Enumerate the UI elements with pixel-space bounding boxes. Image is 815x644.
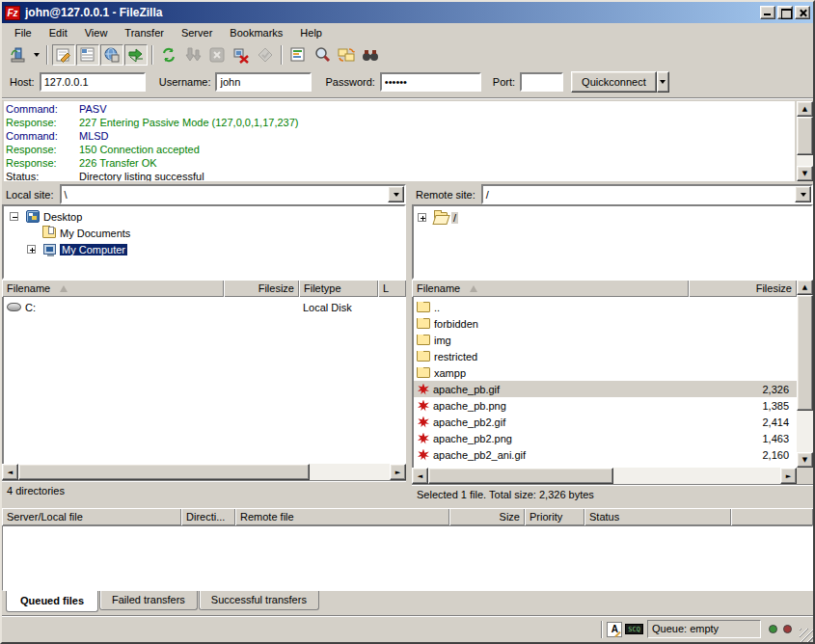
menu-view[interactable]: View bbox=[76, 25, 117, 40]
toggle-local-tree-button[interactable] bbox=[76, 44, 99, 66]
local-site-combo[interactable]: \ bbox=[60, 184, 406, 204]
cancel-button[interactable] bbox=[205, 44, 229, 66]
maximize-button[interactable] bbox=[777, 6, 793, 19]
remote-site-combo[interactable]: / bbox=[481, 184, 813, 204]
close-button[interactable] bbox=[795, 6, 810, 19]
quickconnect-button[interactable]: Quickconnect bbox=[571, 71, 657, 93]
filter-icon bbox=[289, 46, 307, 64]
process-queue-button[interactable] bbox=[181, 44, 204, 66]
column-header-filesize[interactable]: Filesize bbox=[689, 280, 797, 297]
site-manager-dropdown[interactable] bbox=[30, 44, 42, 66]
combo-dropdown-button[interactable] bbox=[388, 186, 404, 202]
column-header-remote-file[interactable]: Remote file bbox=[235, 508, 449, 525]
host-input[interactable] bbox=[40, 72, 146, 92]
synchronized-browsing-button[interactable] bbox=[335, 44, 358, 66]
remote-file-row[interactable]: apache_pb2.png1,463 bbox=[414, 430, 797, 446]
refresh-button[interactable] bbox=[157, 44, 180, 66]
password-label: Password: bbox=[325, 76, 374, 88]
log-line: Command:MLSD bbox=[6, 129, 793, 143]
scroll-up-arrow[interactable] bbox=[797, 280, 813, 295]
remote-hscrollbar[interactable] bbox=[412, 468, 797, 484]
scrollbar-thumb[interactable] bbox=[797, 117, 813, 155]
tree-item-root[interactable]: / bbox=[416, 209, 811, 226]
menu-transfer[interactable]: Transfer bbox=[116, 25, 173, 40]
toggle-log-button[interactable] bbox=[52, 44, 75, 66]
menu-help[interactable]: Help bbox=[291, 25, 331, 40]
disconnect-icon bbox=[232, 46, 250, 64]
minimize-button[interactable] bbox=[760, 6, 775, 19]
scrollbar-thumb[interactable] bbox=[797, 295, 813, 411]
host-label: Host: bbox=[10, 76, 35, 88]
transfer-type-indicator[interactable]: A bbox=[607, 622, 622, 637]
toggle-queue-button[interactable] bbox=[124, 44, 148, 66]
remote-dir-row[interactable]: .. bbox=[414, 299, 797, 315]
title-bar[interactable]: Fz john@127.0.0.1 - FileZilla bbox=[2, 2, 813, 23]
remote-file-row[interactable]: apache_pb2.gif2,414 bbox=[414, 414, 797, 430]
column-header-status[interactable]: Status bbox=[584, 508, 731, 525]
scroll-down-arrow[interactable] bbox=[797, 166, 813, 181]
expand-icon[interactable] bbox=[418, 213, 426, 222]
remote-file-row-selected[interactable]: apache_pb.gif2,326 bbox=[414, 381, 797, 397]
scroll-up-arrow[interactable] bbox=[797, 101, 813, 117]
menu-file[interactable]: File bbox=[6, 25, 41, 40]
menu-server[interactable]: Server bbox=[173, 25, 221, 40]
password-input[interactable] bbox=[380, 72, 481, 92]
scrollbar-thumb[interactable] bbox=[18, 464, 310, 480]
log-line: Response:227 Entering Passive Mode (127,… bbox=[6, 116, 793, 129]
expand-icon[interactable] bbox=[27, 245, 36, 254]
column-header-filename[interactable]: Filename bbox=[412, 280, 689, 297]
filter-button[interactable] bbox=[286, 44, 310, 66]
column-header-priority[interactable]: Priority bbox=[525, 508, 584, 525]
tab-queued-files[interactable]: Queued files bbox=[6, 591, 98, 612]
combo-dropdown-button[interactable] bbox=[795, 186, 811, 202]
column-header-server-local-file[interactable]: Server/Local file bbox=[2, 508, 181, 525]
log-scrollbar[interactable] bbox=[797, 99, 813, 183]
collapse-icon[interactable] bbox=[10, 212, 18, 221]
tree-item-my-computer[interactable]: My Computer bbox=[6, 241, 404, 257]
queue-tabs: Queued files Failed transfers Successful… bbox=[4, 591, 319, 612]
local-hscrollbar[interactable] bbox=[2, 464, 406, 480]
tree-item-desktop[interactable]: Desktop bbox=[6, 208, 404, 225]
remote-dir-row[interactable]: restricted bbox=[414, 348, 797, 364]
quickconnect-dropdown[interactable] bbox=[657, 71, 669, 93]
column-header-direction[interactable]: Directi... bbox=[181, 508, 235, 525]
scroll-left-arrow[interactable] bbox=[2, 464, 18, 480]
tab-successful-transfers[interactable]: Successful transfers bbox=[199, 591, 319, 610]
tab-failed-transfers[interactable]: Failed transfers bbox=[99, 591, 198, 610]
column-header-filetype[interactable]: Filetype bbox=[299, 280, 378, 297]
column-header-filesize[interactable]: Filesize bbox=[224, 280, 299, 297]
scroll-right-arrow[interactable] bbox=[780, 468, 797, 484]
scroll-left-arrow[interactable] bbox=[412, 468, 428, 484]
directory-comparison-button[interactable] bbox=[311, 44, 334, 66]
column-header-filename[interactable]: Filename bbox=[2, 280, 224, 297]
menu-edit[interactable]: Edit bbox=[41, 25, 76, 40]
remote-file-row[interactable]: apache_pb2_ani.gif2,160 bbox=[414, 446, 797, 463]
remote-dir-row[interactable]: xampp bbox=[414, 364, 797, 381]
statusbar-separator bbox=[601, 621, 603, 638]
scroll-down-arrow[interactable] bbox=[797, 452, 813, 468]
disconnect-button[interactable] bbox=[230, 44, 253, 66]
username-input[interactable] bbox=[215, 72, 312, 92]
site-manager-button[interactable] bbox=[6, 44, 29, 66]
send-activity-led bbox=[783, 625, 792, 633]
scrollbar-thumb[interactable] bbox=[428, 468, 613, 484]
local-site-bar: Local site: \ bbox=[2, 184, 406, 204]
remote-dir-row[interactable]: forbidden bbox=[414, 315, 797, 332]
transfer-queue-icon bbox=[127, 46, 145, 64]
remote-dir-row[interactable]: img bbox=[414, 332, 797, 348]
reconnect-button[interactable] bbox=[254, 44, 277, 66]
resize-grip[interactable] bbox=[800, 629, 813, 642]
toggle-remote-tree-button[interactable] bbox=[100, 44, 123, 66]
queue-list-empty[interactable] bbox=[2, 525, 813, 591]
chevron-down-icon bbox=[394, 193, 399, 197]
tree-item-my-documents[interactable]: My Documents bbox=[6, 225, 404, 241]
find-files-button[interactable] bbox=[359, 44, 382, 66]
remote-vscrollbar[interactable] bbox=[797, 280, 813, 468]
port-input[interactable] bbox=[520, 72, 563, 92]
menu-bookmarks[interactable]: Bookmarks bbox=[221, 25, 291, 40]
local-file-row[interactable]: C: Local Disk bbox=[4, 299, 405, 315]
remote-file-row[interactable]: apache_pb.png1,385 bbox=[414, 397, 797, 414]
scroll-right-arrow[interactable] bbox=[390, 464, 406, 480]
column-header-size[interactable]: Size bbox=[449, 508, 525, 525]
column-header-modified[interactable]: L bbox=[378, 280, 406, 297]
